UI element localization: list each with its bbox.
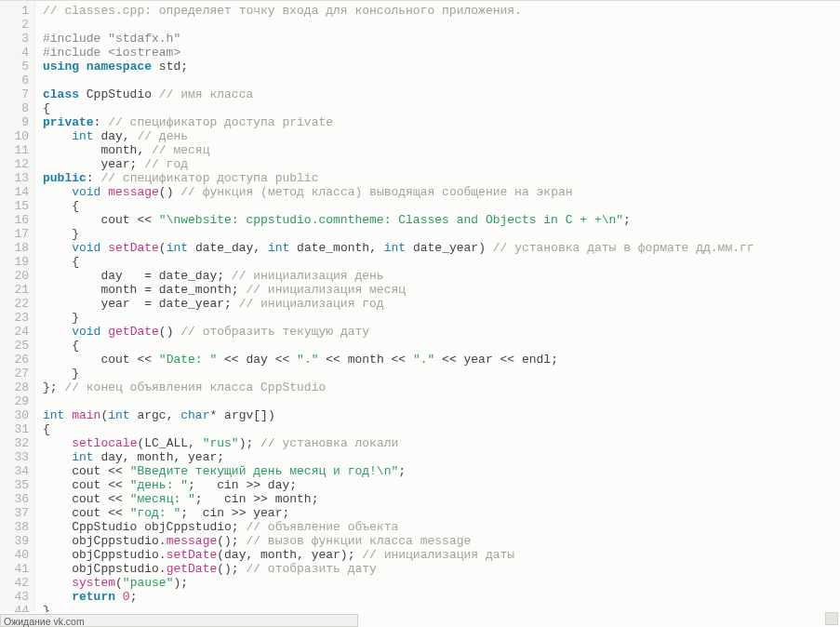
line-number: 5 (0, 60, 29, 73)
line-number: 12 (0, 157, 29, 171)
line-number: 24 (0, 325, 29, 339)
line-number: 13 (0, 171, 29, 185)
code-line[interactable]: #include <iostream> (43, 46, 840, 60)
line-number: 18 (0, 241, 29, 255)
line-number: 29 (0, 394, 29, 408)
line-number: 38 (0, 520, 29, 534)
code-line[interactable]: { (43, 422, 840, 436)
line-number: 19 (0, 255, 29, 269)
line-number: 39 (0, 534, 29, 548)
code-content[interactable]: // classes.cpp: определяет точку входа д… (35, 1, 840, 612)
line-number: 26 (0, 353, 29, 367)
line-number: 33 (0, 450, 29, 464)
code-line[interactable]: void setDate(int date_day, int date_mont… (43, 241, 840, 255)
code-line[interactable]: month, // месяц (43, 143, 840, 157)
line-number: 40 (0, 548, 29, 562)
code-line[interactable]: void getDate() // отобразить текущую дат… (43, 325, 840, 339)
code-line[interactable]: int main(int argc, char* argv[]) (43, 408, 840, 422)
code-line[interactable]: month = date_month; // инициализация мес… (43, 283, 840, 297)
code-line[interactable]: } (43, 604, 840, 612)
code-line[interactable]: private: // спецификатор доступа private (43, 115, 840, 129)
line-number: 37 (0, 506, 29, 520)
code-line[interactable] (43, 73, 840, 87)
code-line[interactable] (43, 394, 840, 408)
scrollbar-corner[interactable] (825, 612, 838, 625)
line-number: 20 (0, 269, 29, 283)
line-number: 14 (0, 185, 29, 199)
code-line[interactable]: { (43, 255, 840, 269)
line-number: 9 (0, 115, 29, 129)
code-line[interactable]: } (43, 227, 840, 241)
line-number: 15 (0, 199, 29, 213)
code-line[interactable]: cout << "Введите текущий день месяц и го… (43, 464, 840, 478)
line-number: 25 (0, 339, 29, 353)
code-line[interactable]: { (43, 199, 840, 213)
code-line[interactable]: cout << "год: "; cin >> year; (43, 506, 840, 520)
code-line[interactable] (43, 18, 840, 32)
code-line[interactable]: cout << "Date: " << day << "." << month … (43, 353, 840, 367)
line-number: 11 (0, 143, 29, 157)
line-number: 42 (0, 576, 29, 590)
status-text: Ожидание vk.com (4, 616, 85, 627)
code-line[interactable]: return 0; (43, 590, 840, 604)
line-number: 32 (0, 436, 29, 450)
code-line[interactable]: int day, month, year; (43, 450, 840, 464)
code-line[interactable]: class CppStudio // имя класса (43, 87, 840, 101)
line-number: 44 (0, 604, 29, 612)
line-number: 1 (0, 4, 29, 18)
line-number: 3 (0, 32, 29, 46)
code-line[interactable]: void message() // функция (метод класса)… (43, 185, 840, 199)
code-line[interactable]: using namespace std; (43, 60, 840, 73)
line-number: 2 (0, 18, 29, 32)
code-editor[interactable]: 1234567891011121314151617181920212223242… (0, 0, 840, 612)
code-line[interactable]: system("pause"); (43, 576, 840, 590)
line-number: 30 (0, 408, 29, 422)
code-line[interactable]: #include "stdafx.h" (43, 32, 840, 46)
line-number: 16 (0, 213, 29, 227)
line-number: 7 (0, 87, 29, 101)
code-line[interactable]: objCppstudio.setDate(day, month, year); … (43, 548, 840, 562)
line-number: 41 (0, 562, 29, 576)
code-line[interactable]: year; // год (43, 157, 840, 171)
line-number: 43 (0, 590, 29, 604)
code-line[interactable]: } (43, 367, 840, 380)
code-line[interactable]: }; // конец объявления класса CppStudio (43, 380, 840, 394)
code-line[interactable]: CppStudio objCppstudio; // объявление об… (43, 520, 840, 534)
line-number: 21 (0, 283, 29, 297)
line-number: 34 (0, 464, 29, 478)
code-line[interactable]: setlocale(LC_ALL, "rus"); // установка л… (43, 436, 840, 450)
line-number: 28 (0, 380, 29, 394)
code-line[interactable]: // classes.cpp: определяет точку входа д… (43, 4, 840, 18)
line-number: 22 (0, 297, 29, 311)
code-line[interactable]: public: // спецификатор доступа public (43, 171, 840, 185)
line-number: 36 (0, 492, 29, 506)
code-line[interactable]: year = date_year; // инициализация год (43, 297, 840, 311)
code-line[interactable]: int day, // день (43, 129, 840, 143)
code-line[interactable]: cout << "месяц: "; cin >> month; (43, 492, 840, 506)
code-line[interactable]: objCppstudio.getDate(); // отобразить да… (43, 562, 840, 576)
status-bar: Ожидание vk.com (0, 614, 358, 627)
line-number: 35 (0, 478, 29, 492)
line-number: 31 (0, 422, 29, 436)
line-number: 27 (0, 367, 29, 380)
line-number: 8 (0, 101, 29, 115)
line-number: 23 (0, 311, 29, 325)
line-number: 17 (0, 227, 29, 241)
code-line[interactable]: { (43, 339, 840, 353)
line-number-gutter: 1234567891011121314151617181920212223242… (0, 1, 35, 612)
code-line[interactable]: } (43, 311, 840, 325)
line-number: 10 (0, 129, 29, 143)
code-line[interactable]: objCppstudio.message(); // вызов функции… (43, 534, 840, 548)
code-line[interactable]: day = date_day; // инициализация день (43, 269, 840, 283)
line-number: 6 (0, 73, 29, 87)
line-number: 4 (0, 46, 29, 60)
code-line[interactable]: cout << "\nwebsite: cppstudio.comntheme:… (43, 213, 840, 227)
code-line[interactable]: cout << "день: "; cin >> day; (43, 478, 840, 492)
code-line[interactable]: { (43, 101, 840, 115)
